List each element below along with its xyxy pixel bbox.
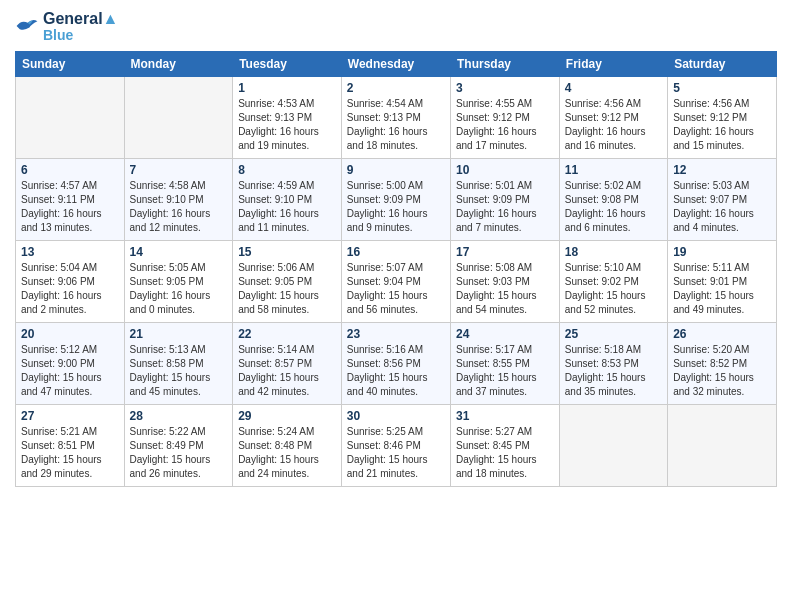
day-number: 23 — [347, 327, 445, 341]
logo-icon — [15, 16, 39, 36]
calendar-week-1: 1Sunrise: 4:53 AM Sunset: 9:13 PM Daylig… — [16, 76, 777, 158]
day-number: 10 — [456, 163, 554, 177]
calendar-cell: 14Sunrise: 5:05 AM Sunset: 9:05 PM Dayli… — [124, 240, 233, 322]
col-monday: Monday — [124, 51, 233, 76]
calendar-cell: 20Sunrise: 5:12 AM Sunset: 9:00 PM Dayli… — [16, 322, 125, 404]
col-friday: Friday — [559, 51, 667, 76]
day-number: 24 — [456, 327, 554, 341]
calendar-cell: 21Sunrise: 5:13 AM Sunset: 8:58 PM Dayli… — [124, 322, 233, 404]
day-number: 9 — [347, 163, 445, 177]
calendar-cell — [668, 404, 777, 486]
calendar-cell: 23Sunrise: 5:16 AM Sunset: 8:56 PM Dayli… — [341, 322, 450, 404]
calendar-week-4: 20Sunrise: 5:12 AM Sunset: 9:00 PM Dayli… — [16, 322, 777, 404]
day-number: 31 — [456, 409, 554, 423]
calendar-week-2: 6Sunrise: 4:57 AM Sunset: 9:11 PM Daylig… — [16, 158, 777, 240]
day-info: Sunrise: 5:22 AM Sunset: 8:49 PM Dayligh… — [130, 425, 228, 481]
calendar-cell: 9Sunrise: 5:00 AM Sunset: 9:09 PM Daylig… — [341, 158, 450, 240]
day-info: Sunrise: 5:25 AM Sunset: 8:46 PM Dayligh… — [347, 425, 445, 481]
calendar-cell: 6Sunrise: 4:57 AM Sunset: 9:11 PM Daylig… — [16, 158, 125, 240]
header: General▲ Blue — [15, 10, 777, 43]
day-number: 1 — [238, 81, 336, 95]
day-number: 15 — [238, 245, 336, 259]
day-info: Sunrise: 5:18 AM Sunset: 8:53 PM Dayligh… — [565, 343, 662, 399]
calendar-cell: 26Sunrise: 5:20 AM Sunset: 8:52 PM Dayli… — [668, 322, 777, 404]
calendar-cell: 1Sunrise: 4:53 AM Sunset: 9:13 PM Daylig… — [233, 76, 342, 158]
page-container: General▲ Blue Sunday Monday Tuesday Wedn… — [0, 0, 792, 497]
day-info: Sunrise: 5:07 AM Sunset: 9:04 PM Dayligh… — [347, 261, 445, 317]
day-number: 26 — [673, 327, 771, 341]
calendar-cell — [124, 76, 233, 158]
day-number: 27 — [21, 409, 119, 423]
calendar-cell: 30Sunrise: 5:25 AM Sunset: 8:46 PM Dayli… — [341, 404, 450, 486]
calendar-cell: 28Sunrise: 5:22 AM Sunset: 8:49 PM Dayli… — [124, 404, 233, 486]
day-number: 5 — [673, 81, 771, 95]
calendar-cell: 18Sunrise: 5:10 AM Sunset: 9:02 PM Dayli… — [559, 240, 667, 322]
day-info: Sunrise: 5:24 AM Sunset: 8:48 PM Dayligh… — [238, 425, 336, 481]
calendar-cell: 22Sunrise: 5:14 AM Sunset: 8:57 PM Dayli… — [233, 322, 342, 404]
calendar-week-3: 13Sunrise: 5:04 AM Sunset: 9:06 PM Dayli… — [16, 240, 777, 322]
calendar-header-row: Sunday Monday Tuesday Wednesday Thursday… — [16, 51, 777, 76]
logo-text: General▲ Blue — [43, 10, 118, 43]
day-info: Sunrise: 4:56 AM Sunset: 9:12 PM Dayligh… — [673, 97, 771, 153]
calendar-cell: 24Sunrise: 5:17 AM Sunset: 8:55 PM Dayli… — [450, 322, 559, 404]
calendar-cell: 7Sunrise: 4:58 AM Sunset: 9:10 PM Daylig… — [124, 158, 233, 240]
calendar-table: Sunday Monday Tuesday Wednesday Thursday… — [15, 51, 777, 487]
day-info: Sunrise: 5:03 AM Sunset: 9:07 PM Dayligh… — [673, 179, 771, 235]
day-number: 22 — [238, 327, 336, 341]
day-info: Sunrise: 4:54 AM Sunset: 9:13 PM Dayligh… — [347, 97, 445, 153]
day-info: Sunrise: 4:59 AM Sunset: 9:10 PM Dayligh… — [238, 179, 336, 235]
calendar-cell: 10Sunrise: 5:01 AM Sunset: 9:09 PM Dayli… — [450, 158, 559, 240]
col-saturday: Saturday — [668, 51, 777, 76]
day-number: 8 — [238, 163, 336, 177]
day-info: Sunrise: 5:08 AM Sunset: 9:03 PM Dayligh… — [456, 261, 554, 317]
day-info: Sunrise: 5:01 AM Sunset: 9:09 PM Dayligh… — [456, 179, 554, 235]
calendar-cell: 3Sunrise: 4:55 AM Sunset: 9:12 PM Daylig… — [450, 76, 559, 158]
calendar-cell: 29Sunrise: 5:24 AM Sunset: 8:48 PM Dayli… — [233, 404, 342, 486]
col-tuesday: Tuesday — [233, 51, 342, 76]
day-info: Sunrise: 4:53 AM Sunset: 9:13 PM Dayligh… — [238, 97, 336, 153]
day-info: Sunrise: 5:06 AM Sunset: 9:05 PM Dayligh… — [238, 261, 336, 317]
day-number: 28 — [130, 409, 228, 423]
day-info: Sunrise: 5:13 AM Sunset: 8:58 PM Dayligh… — [130, 343, 228, 399]
day-number: 19 — [673, 245, 771, 259]
calendar-cell: 12Sunrise: 5:03 AM Sunset: 9:07 PM Dayli… — [668, 158, 777, 240]
calendar-cell: 2Sunrise: 4:54 AM Sunset: 9:13 PM Daylig… — [341, 76, 450, 158]
calendar-cell: 15Sunrise: 5:06 AM Sunset: 9:05 PM Dayli… — [233, 240, 342, 322]
calendar-cell: 27Sunrise: 5:21 AM Sunset: 8:51 PM Dayli… — [16, 404, 125, 486]
day-info: Sunrise: 5:05 AM Sunset: 9:05 PM Dayligh… — [130, 261, 228, 317]
day-info: Sunrise: 5:20 AM Sunset: 8:52 PM Dayligh… — [673, 343, 771, 399]
calendar-cell: 8Sunrise: 4:59 AM Sunset: 9:10 PM Daylig… — [233, 158, 342, 240]
day-number: 6 — [21, 163, 119, 177]
day-number: 7 — [130, 163, 228, 177]
day-info: Sunrise: 5:02 AM Sunset: 9:08 PM Dayligh… — [565, 179, 662, 235]
calendar-cell: 17Sunrise: 5:08 AM Sunset: 9:03 PM Dayli… — [450, 240, 559, 322]
day-info: Sunrise: 5:16 AM Sunset: 8:56 PM Dayligh… — [347, 343, 445, 399]
calendar-week-5: 27Sunrise: 5:21 AM Sunset: 8:51 PM Dayli… — [16, 404, 777, 486]
calendar-cell: 25Sunrise: 5:18 AM Sunset: 8:53 PM Dayli… — [559, 322, 667, 404]
col-wednesday: Wednesday — [341, 51, 450, 76]
calendar-cell: 31Sunrise: 5:27 AM Sunset: 8:45 PM Dayli… — [450, 404, 559, 486]
day-number: 25 — [565, 327, 662, 341]
day-info: Sunrise: 5:27 AM Sunset: 8:45 PM Dayligh… — [456, 425, 554, 481]
day-number: 20 — [21, 327, 119, 341]
calendar-cell: 16Sunrise: 5:07 AM Sunset: 9:04 PM Dayli… — [341, 240, 450, 322]
day-number: 13 — [21, 245, 119, 259]
logo: General▲ Blue — [15, 10, 118, 43]
day-number: 21 — [130, 327, 228, 341]
day-info: Sunrise: 4:57 AM Sunset: 9:11 PM Dayligh… — [21, 179, 119, 235]
day-number: 4 — [565, 81, 662, 95]
day-info: Sunrise: 4:58 AM Sunset: 9:10 PM Dayligh… — [130, 179, 228, 235]
day-info: Sunrise: 5:14 AM Sunset: 8:57 PM Dayligh… — [238, 343, 336, 399]
day-number: 11 — [565, 163, 662, 177]
day-number: 30 — [347, 409, 445, 423]
day-number: 18 — [565, 245, 662, 259]
day-number: 16 — [347, 245, 445, 259]
calendar-cell — [559, 404, 667, 486]
day-info: Sunrise: 5:10 AM Sunset: 9:02 PM Dayligh… — [565, 261, 662, 317]
day-info: Sunrise: 4:55 AM Sunset: 9:12 PM Dayligh… — [456, 97, 554, 153]
day-number: 29 — [238, 409, 336, 423]
col-sunday: Sunday — [16, 51, 125, 76]
day-number: 2 — [347, 81, 445, 95]
day-info: Sunrise: 5:00 AM Sunset: 9:09 PM Dayligh… — [347, 179, 445, 235]
day-info: Sunrise: 5:12 AM Sunset: 9:00 PM Dayligh… — [21, 343, 119, 399]
